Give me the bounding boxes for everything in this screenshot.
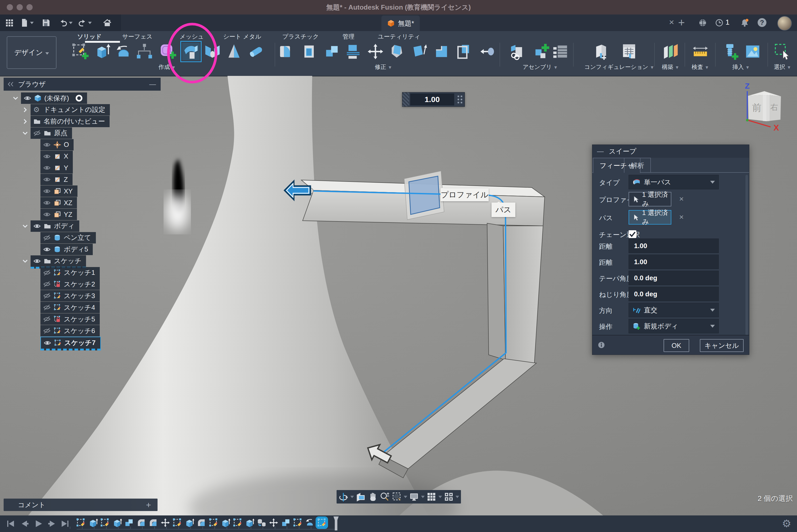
tree-caret-expanded[interactable]	[21, 129, 29, 137]
tree-caret-expanded[interactable]	[21, 257, 29, 265]
offset-face-icon[interactable]	[388, 43, 406, 60]
user-avatar[interactable]	[777, 16, 792, 31]
visibility-eye-icon[interactable]	[43, 211, 51, 218]
browser-item-スケッチ7[interactable]: スケッチ7	[40, 337, 101, 350]
timeline-feature-extrude-15[interactable]	[244, 517, 255, 528]
ribbon-group-label[interactable]: アセンブリ ▼	[523, 63, 558, 71]
timeline-feature-fillet-7[interactable]	[148, 517, 158, 528]
ribbon-tab-2[interactable]: サーフェス	[122, 33, 152, 41]
timeline-step-forward-icon[interactable]	[47, 518, 57, 529]
comments-panel[interactable]: コメント +	[4, 499, 157, 511]
redo-icon[interactable]	[78, 18, 87, 27]
undo-icon[interactable]	[59, 18, 68, 27]
browser-item-名前の付いたビュー[interactable]: 名前の付いたビュー	[31, 116, 110, 127]
browser-item-(未保存)[interactable]: (未保存)	[21, 93, 87, 104]
browser-item-スケッチ3[interactable]: スケッチ3	[40, 290, 100, 302]
timeline-feature-sketch-9[interactable]	[172, 517, 182, 528]
timeline-feature-combine-18[interactable]	[281, 517, 291, 528]
pattern-frame-icon[interactable]	[455, 43, 473, 60]
distance-value[interactable]: 1.00	[410, 94, 454, 106]
ねじり角度-input-7[interactable]: 0.0 deg	[629, 287, 719, 301]
ok-button[interactable]: OK	[664, 339, 689, 352]
ribbon-tab-4[interactable]: シート メタル	[223, 33, 261, 41]
timeline-play-icon[interactable]	[33, 518, 43, 529]
workspace-selector-button[interactable]: デザイン	[7, 36, 56, 69]
display-settings-icon-caret[interactable]	[421, 496, 425, 498]
timeline-feature-sketch-3[interactable]	[100, 517, 110, 528]
visibility-eye-icon[interactable]	[43, 246, 51, 253]
ribbon-tab-7[interactable]: ユーティリティ	[378, 33, 420, 41]
tree-caret-expanded[interactable]	[12, 94, 19, 102]
距離-input-4[interactable]: 1.00	[629, 239, 719, 253]
info-icon[interactable]	[597, 341, 605, 349]
timeline-feature-fillet-11[interactable]	[196, 517, 206, 528]
timeline-feature-extrude-10[interactable]	[184, 517, 194, 528]
create-sketch-icon[interactable]	[72, 43, 89, 60]
measure-icon[interactable]	[691, 43, 709, 60]
timeline-skip-start-icon[interactable]	[6, 518, 16, 529]
browser-item-スケッチ5[interactable]: スケッチ5	[40, 314, 100, 325]
tree-caret-collapsed[interactable]	[21, 118, 29, 125]
collapse-panel-icon[interactable]	[7, 80, 15, 88]
thicken-icon[interactable]	[204, 43, 221, 60]
ribbon-group-label[interactable]: 挿入 ▼	[733, 63, 750, 71]
replace-face-icon[interactable]	[433, 43, 450, 60]
timeline-feature-extrude-13[interactable]	[220, 517, 230, 528]
help-icon[interactable]: ?	[758, 18, 766, 27]
orbit-icon-caret[interactable]	[350, 496, 354, 498]
grid-settings-icon-caret[interactable]	[439, 496, 442, 498]
timeline-feature-extrude-4[interactable]	[112, 517, 122, 528]
save-icon[interactable]	[41, 18, 51, 27]
browser-item-ペン立て[interactable]: ペン立て	[40, 232, 96, 244]
browser-item-ドキュメントの設定[interactable]: ⚙ドキュメントの設定	[31, 104, 110, 115]
browser-item-YZ[interactable]: YZ	[40, 209, 77, 220]
pipe-icon[interactable]	[248, 43, 265, 60]
visibility-eye-icon[interactable]	[33, 257, 41, 265]
timeline-step-back-icon[interactable]	[20, 518, 30, 529]
visibility-eye-icon[interactable]	[33, 129, 41, 137]
ribbon-group-label[interactable]: 修正 ▼	[375, 63, 392, 71]
configuration-icon[interactable]	[592, 43, 610, 60]
timeline-feature-sketch-12[interactable]	[208, 517, 219, 528]
browser-item-O[interactable]: O	[40, 139, 74, 151]
configuration-table-icon[interactable]	[621, 43, 638, 60]
パス-selection-button[interactable]: 1 選択済み	[629, 210, 671, 225]
construct-plane-icon[interactable]	[662, 43, 679, 60]
sweep-icon[interactable]	[182, 43, 200, 60]
visibility-eye-icon[interactable]	[43, 141, 51, 149]
draft-icon[interactable]	[410, 43, 428, 60]
visibility-eye-icon[interactable]	[43, 187, 51, 195]
job-status-icon[interactable]	[715, 18, 724, 27]
browser-item-スケッチ[interactable]: スケッチ	[31, 255, 86, 269]
primitive-cone-icon[interactable]	[225, 43, 243, 60]
viewports-icon[interactable]	[444, 492, 454, 502]
browser-item-スケッチ2[interactable]: スケッチ2	[40, 279, 100, 290]
tree-caret-collapsed[interactable]	[21, 106, 29, 114]
extensions-icon[interactable]	[698, 18, 707, 27]
look-at-icon[interactable]	[355, 492, 366, 502]
document-tab[interactable]: 無題*	[382, 16, 420, 31]
visibility-eye-icon[interactable]	[33, 222, 41, 230]
browser-item-Y[interactable]: Y	[40, 162, 73, 173]
visibility-eye-icon[interactable]	[43, 280, 51, 288]
visibility-eye-icon[interactable]	[43, 315, 51, 323]
browser-minimize-icon[interactable]: —	[149, 80, 156, 88]
browser-item-XY[interactable]: XY	[40, 186, 77, 197]
timeline-feature-move-17[interactable]	[268, 517, 279, 528]
browser-item-ボディ[interactable]: ボディ	[31, 221, 79, 232]
visibility-eye-icon[interactable]	[43, 234, 51, 242]
ribbon-group-label[interactable]: 検査 ▼	[692, 63, 709, 71]
insert-derive-icon[interactable]	[509, 43, 527, 60]
select-icon[interactable]	[774, 43, 791, 60]
browser-item-スケッチ1[interactable]: スケッチ1	[40, 267, 100, 279]
split-body-icon[interactable]	[344, 43, 362, 60]
insert-image-icon[interactable]	[744, 43, 761, 60]
input-drag-handle[interactable]	[402, 93, 409, 107]
visibility-eye-icon[interactable]	[43, 164, 51, 172]
orbit-icon[interactable]	[338, 492, 349, 502]
visibility-eye-icon[interactable]	[23, 94, 31, 102]
timeline-feature-sketch-19[interactable]	[293, 517, 303, 528]
timeline-feature-move-8[interactable]	[160, 517, 170, 528]
ribbon-group-label[interactable]: 構築 ▼	[662, 63, 679, 71]
browser-item-ボディ5[interactable]: ボディ5	[40, 244, 93, 255]
